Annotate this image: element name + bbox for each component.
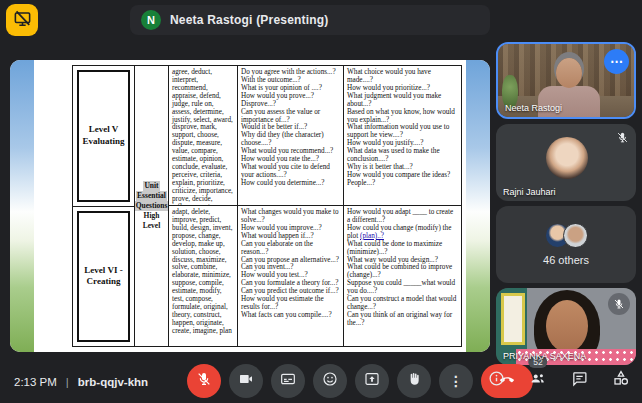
evaluating-verbs-cell: agree, deduct, interpret, recommend, app… xyxy=(169,66,238,206)
creating-questions-cell-2: How would you adapt ____ to create a dif… xyxy=(344,206,461,346)
level-vi-label: Level VI - Creating xyxy=(77,211,130,343)
panel-controls: 52 xyxy=(488,369,630,391)
others-count-label: 46 others xyxy=(543,254,589,266)
participant-name: Neeta Rastogi xyxy=(505,103,562,113)
captions-icon xyxy=(280,371,296,391)
mic-off-icon xyxy=(608,293,630,315)
mic-off-icon xyxy=(616,130,629,148)
unit-essential-questions-label: Unit Essential Questions High Level xyxy=(135,66,169,346)
clock-time: 2:13 PM xyxy=(14,376,57,388)
slide-background-right xyxy=(466,60,490,352)
person-silhouette-face xyxy=(546,300,588,352)
blooms-taxonomy-table: Level V Evaluating Level VI - Creating U… xyxy=(72,65,462,347)
participants-button[interactable]: 52 xyxy=(529,369,547,391)
camera-icon xyxy=(238,371,254,391)
smiley-icon xyxy=(322,371,338,391)
google-meet-window: N Neeta Rastogi (Presenting) Level V Eva… xyxy=(0,0,642,403)
presenter-chip[interactable]: N Neeta Rastogi (Presenting) xyxy=(130,5,490,35)
hand-icon xyxy=(406,371,422,391)
meeting-info: 2:13 PM | brb-qqjv-khn xyxy=(14,376,148,388)
divider: | xyxy=(66,376,69,388)
participant-tile-rajni-jauhari[interactable]: Rajni Jauhari xyxy=(496,124,636,201)
level-column: Level V Evaluating Level VI - Creating xyxy=(73,66,135,346)
camera-toggle-button[interactable] xyxy=(229,364,263,398)
meeting-code: brb-qqjv-khn xyxy=(78,376,148,388)
creating-verbs-cell: adapt, delete, improve, predict, build, … xyxy=(169,206,238,346)
participant-tile-neeta-rastogi[interactable]: ⋯ Neeta Rastogi xyxy=(496,42,636,119)
overflow-avatars xyxy=(545,223,588,248)
chat-icon xyxy=(571,370,588,391)
mic-toggle-button[interactable] xyxy=(187,364,221,398)
avatar xyxy=(546,137,588,179)
raise-hand-button[interactable] xyxy=(397,364,431,398)
activities-icon xyxy=(612,369,630,391)
call-controls: ⋮ xyxy=(187,364,533,398)
slide-background-left xyxy=(10,60,34,352)
level-v-label: Level V Evaluating xyxy=(77,70,130,202)
people-icon xyxy=(529,369,547,391)
present-icon xyxy=(364,371,380,391)
creating-questions-cell-1: What changes would you make to solve...?… xyxy=(238,206,344,346)
activities-button[interactable] xyxy=(612,369,630,391)
reactions-button[interactable] xyxy=(313,364,347,398)
participant-name: PRIYANKA SAXENA xyxy=(503,351,586,361)
more-options-button[interactable]: ⋮ xyxy=(439,364,473,398)
presenter-label: Neeta Rastogi (Presenting) xyxy=(170,13,329,27)
present-screen-button[interactable] xyxy=(355,364,389,398)
table-body: agree, deduct, interpret, recommend, app… xyxy=(169,66,461,346)
participant-name: Rajni Jauhari xyxy=(503,187,556,197)
captions-button[interactable] xyxy=(271,364,305,398)
evaluating-questions-cell-2: What choice would you have made....? How… xyxy=(344,66,461,206)
avatar xyxy=(563,223,588,248)
shared-screen-slide: Level V Evaluating Level VI - Creating U… xyxy=(10,60,490,352)
chat-button[interactable] xyxy=(571,370,588,391)
info-icon xyxy=(488,370,505,391)
stop-presenting-button[interactable] xyxy=(6,4,38,36)
tile-options-button[interactable]: ⋯ xyxy=(604,49,629,74)
participant-tile-priyanka-saxena[interactable]: PRIYANKA SAXENA xyxy=(496,288,636,365)
person-silhouette-head xyxy=(556,58,582,88)
meeting-details-button[interactable] xyxy=(488,370,505,391)
wall-chart-decor xyxy=(501,293,525,345)
mic-off-icon xyxy=(196,371,212,391)
participant-tile-others[interactable]: 46 others xyxy=(496,206,636,283)
evaluating-questions-cell-1: Do you agree with the actions...? With t… xyxy=(238,66,344,206)
plan-hyperlink[interactable]: (plan)..? xyxy=(360,232,384,240)
presentation-off-icon xyxy=(13,9,32,32)
presenter-avatar: N xyxy=(141,10,161,30)
